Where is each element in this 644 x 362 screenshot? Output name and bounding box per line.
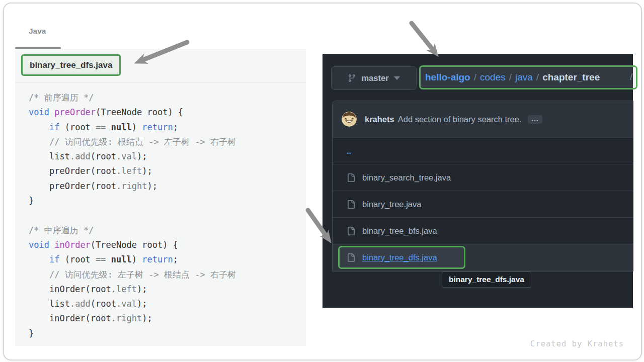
file-name-link[interactable]: binary_tree.java (362, 200, 421, 209)
file-name-link[interactable]: binary_tree_bfs.java (362, 226, 437, 236)
filename-label: binary_tree_dfs.java (30, 60, 112, 70)
branch-selector-button[interactable]: master (331, 66, 417, 90)
file-row-highlighted[interactable]: binary_tree_dfs.java (333, 244, 633, 271)
file-row-up[interactable]: .. (333, 138, 633, 164)
file-icon (347, 200, 355, 209)
commit-author-link[interactable]: krahets (365, 115, 394, 124)
code-line: preOrder(root.right); (29, 179, 302, 194)
breadcrumb-dir-java[interactable]: java (515, 72, 533, 83)
file-icon (347, 173, 355, 182)
breadcrumb-separator: / (509, 72, 512, 83)
file-row[interactable]: binary_tree_bfs.java (333, 218, 633, 244)
code-line: preOrder(root.left); (29, 164, 302, 178)
breadcrumb-trailing-slash: / (630, 71, 632, 82)
code-line: list.add(root.val); (29, 149, 302, 164)
code-line: if (root == null) return; (29, 120, 302, 135)
latest-commit-row: krahets Add section of binary search tre… (333, 101, 633, 138)
filename-highlight-box: binary_tree_dfs.java (21, 54, 121, 76)
code-line: /* 中序遍历 */ (29, 223, 302, 238)
screenshot-canvas: Java binary_tree_dfs.java /* 前序遍历 */void… (0, 0, 644, 362)
breadcrumb-separator: / (536, 72, 539, 83)
code-line: void preOrder(TreeNode root) { (29, 105, 302, 120)
code-panel: binary_tree_dfs.java /* 前序遍历 */void preO… (15, 49, 306, 346)
git-branch-icon (348, 74, 356, 82)
parent-directory-link[interactable]: .. (347, 146, 351, 156)
code-line: list.add(root.val); (29, 297, 302, 311)
breadcrumb-current-dir: chapter_tree (542, 72, 600, 83)
breadcrumb-highlight-box: hello-algo / codes / java / chapter_tree (419, 65, 637, 89)
file-row[interactable]: binary_tree.java (333, 191, 633, 218)
code-line: } (29, 326, 302, 341)
commit-more-button[interactable]: … (528, 115, 542, 124)
watermark-credit: Created by Krahets (530, 339, 624, 348)
code-line: void inOrder(TreeNode root) { (29, 238, 302, 252)
code-line: } (29, 194, 302, 208)
file-row[interactable]: binary_search_tree.java (333, 164, 633, 191)
code-area: /* 前序遍历 */void preOrder(TreeNode root) {… (29, 82, 302, 346)
github-panel: master hello-algo / codes / java / chapt… (323, 54, 633, 308)
file-icon (347, 227, 355, 235)
code-blank-line (29, 208, 302, 223)
arrow-to-breadcrumb (403, 18, 448, 64)
file-name-link[interactable]: binary_search_tree.java (362, 173, 451, 183)
arrow-to-file-row (300, 205, 343, 253)
code-line: inOrder(root.right); (29, 311, 302, 326)
code-line: // 访问优先级: 根结点 -> 左子树 -> 右子树 (29, 135, 302, 149)
code-line: // 访问优先级: 左子树 -> 根结点 -> 右子树 (29, 267, 302, 282)
breadcrumb-repo-link[interactable]: hello-algo (425, 72, 470, 83)
code-line: /* 前序遍历 */ (29, 90, 302, 105)
arrow-to-filename (128, 34, 194, 69)
tab-java[interactable]: Java (29, 27, 46, 36)
chevron-down-icon (394, 76, 400, 80)
breadcrumb-separator: / (474, 72, 476, 83)
branch-name-label: master (361, 73, 388, 83)
code-line: inOrder(root.left); (29, 282, 302, 297)
breadcrumb-dir-codes[interactable]: codes (480, 72, 506, 83)
filename-tooltip: binary_tree_dfs.java (442, 272, 531, 288)
code-line: if (root == null) return; (29, 252, 302, 267)
file-icon (347, 253, 355, 262)
avatar[interactable] (342, 112, 357, 127)
commit-message-link[interactable]: Add section of binary search tree. (398, 115, 522, 124)
file-name-link-highlighted[interactable]: binary_tree_dfs.java (362, 253, 437, 262)
file-browser-table: krahets Add section of binary search tre… (332, 101, 633, 272)
